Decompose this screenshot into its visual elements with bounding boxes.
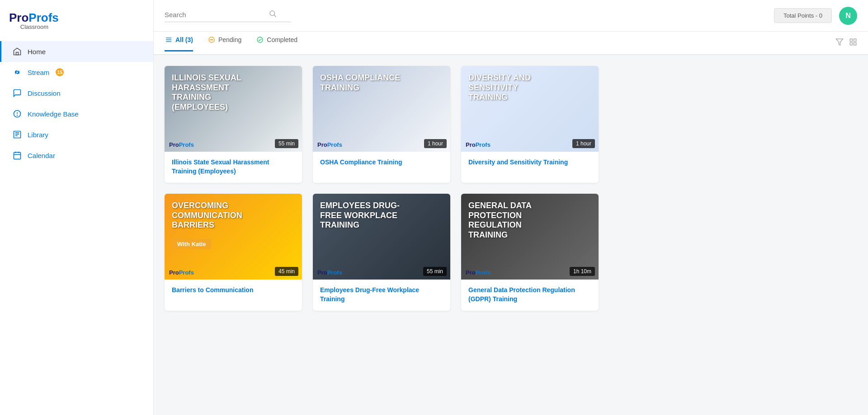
logo-area: ProProfs Classroom bbox=[0, 5, 153, 41]
sidebar-item-calendar[interactable]: Calendar bbox=[0, 145, 153, 166]
card-thumb-inner: DIVERSITY AND SENSITIVITY TRAINING ProPr… bbox=[461, 66, 599, 152]
card-course-name: General Data Protection Regulation (GDPR… bbox=[468, 286, 591, 303]
content-area: ILLINOIS SEXUAL HARASSMENT TRAINING (EMP… bbox=[154, 55, 868, 415]
svg-rect-9 bbox=[14, 152, 21, 159]
card-thumbnail: OSHA COMPLIANCE TRAINING ProProfs 1 hour bbox=[313, 66, 450, 152]
card-course-name: Barriers to Communication bbox=[172, 286, 295, 295]
svg-line-14 bbox=[274, 15, 276, 17]
sidebar-item-home[interactable]: Home bbox=[0, 41, 153, 62]
sidebar-item-calendar-label: Calendar bbox=[28, 152, 55, 159]
search-area bbox=[165, 9, 291, 22]
card-body: Employees Drug-Free Workplace Training bbox=[313, 280, 450, 311]
card-logo: ProProfs bbox=[466, 269, 491, 276]
logo: ProProfs Classroom bbox=[9, 12, 59, 30]
card-duration: 45 min bbox=[275, 267, 298, 276]
logo-pro: Pro bbox=[9, 11, 28, 24]
svg-rect-27 bbox=[854, 42, 856, 45]
tab-pending-label: Pending bbox=[218, 36, 241, 43]
stream-icon bbox=[12, 67, 22, 77]
tabbar: All (3) Pending bbox=[154, 32, 868, 55]
svg-point-21 bbox=[212, 39, 212, 40]
card-duration: 55 min bbox=[423, 267, 447, 276]
main-nav: Home Stream 15 Discussion bbox=[0, 41, 153, 166]
card-logo: ProProfs bbox=[317, 269, 342, 276]
logo-classroom: Classroom bbox=[10, 23, 59, 30]
card-thumbnail: DIVERSITY AND SENSITIVITY TRAINING ProPr… bbox=[461, 66, 599, 152]
card-title-overlay: DIVERSITY AND SENSITIVITY TRAINING bbox=[468, 73, 559, 103]
search-icon bbox=[269, 9, 277, 20]
sidebar-item-stream-label: Stream bbox=[28, 69, 49, 76]
list-icon bbox=[165, 36, 173, 44]
tab-all[interactable]: All (3) bbox=[165, 36, 193, 51]
card-title-overlay: ILLINOIS SEXUAL HARASSMENT TRAINING (EMP… bbox=[172, 73, 262, 112]
sidebar-item-knowledge-base[interactable]: Knowledge Base bbox=[0, 103, 153, 124]
check-icon bbox=[256, 36, 264, 44]
library-icon bbox=[12, 130, 22, 140]
user-avatar[interactable]: N bbox=[839, 7, 857, 25]
card-thumb-inner: GENERAL DATA PROTECTION REGULATION TRAIN… bbox=[461, 194, 599, 280]
svg-rect-0 bbox=[16, 52, 19, 55]
course-card-4[interactable]: OVERCOMING COMMUNICATION BARRIERS With K… bbox=[165, 194, 302, 311]
discussion-icon bbox=[12, 88, 22, 98]
topbar-right: Total Points - 0 N bbox=[774, 7, 857, 25]
card-duration: 55 min bbox=[275, 139, 298, 148]
card-course-name: Employees Drug-Free Workplace Training bbox=[320, 286, 443, 303]
card-thumb-inner: OVERCOMING COMMUNICATION BARRIERS With K… bbox=[165, 194, 302, 280]
knowledge-icon bbox=[12, 109, 22, 119]
grid-view-icon[interactable] bbox=[849, 38, 857, 48]
courses-grid: ILLINOIS SEXUAL HARASSMENT TRAINING (EMP… bbox=[165, 66, 599, 311]
card-title-overlay: GENERAL DATA PROTECTION REGULATION TRAIN… bbox=[468, 201, 559, 240]
svg-point-20 bbox=[211, 39, 212, 40]
svg-marker-23 bbox=[836, 39, 843, 45]
logo-profs: Profs bbox=[28, 11, 58, 24]
filter-icon[interactable] bbox=[835, 38, 844, 48]
card-duration: 1h 10m bbox=[570, 267, 595, 276]
svg-rect-24 bbox=[850, 39, 852, 41]
card-logo: ProProfs bbox=[466, 141, 491, 148]
card-logo: ProProfs bbox=[169, 269, 194, 276]
course-card-6[interactable]: GENERAL DATA PROTECTION REGULATION TRAIN… bbox=[461, 194, 599, 311]
sidebar-item-library[interactable]: Library bbox=[0, 124, 153, 145]
svg-point-1 bbox=[16, 71, 19, 74]
sidebar-item-knowledge-label: Knowledge Base bbox=[28, 110, 79, 118]
sidebar-item-stream[interactable]: Stream 15 bbox=[0, 62, 153, 83]
card-logo: ProProfs bbox=[317, 141, 342, 148]
sidebar-item-discussion-label: Discussion bbox=[28, 89, 61, 97]
sidebar-item-discussion[interactable]: Discussion bbox=[0, 83, 153, 103]
topbar: Total Points - 0 N bbox=[154, 0, 868, 32]
course-card-2[interactable]: OSHA COMPLIANCE TRAINING ProProfs 1 hour… bbox=[313, 66, 450, 183]
card-thumbnail: ILLINOIS SEXUAL HARASSMENT TRAINING (EMP… bbox=[165, 66, 302, 152]
card-thumb-inner: ILLINOIS SEXUAL HARASSMENT TRAINING (EMP… bbox=[165, 66, 302, 152]
tab-pending[interactable]: Pending bbox=[208, 36, 241, 51]
tab-completed[interactable]: Completed bbox=[256, 36, 297, 51]
sidebar-item-library-label: Library bbox=[28, 131, 48, 139]
card-duration: 1 hour bbox=[424, 139, 447, 148]
card-body: Illinois State Sexual Harassment Trainin… bbox=[165, 152, 302, 183]
svg-point-13 bbox=[270, 11, 275, 16]
course-card-5[interactable]: EMPLOYEES DRUG-FREE WORKPLACE TRAINING P… bbox=[313, 194, 450, 311]
card-duration: 1 hour bbox=[572, 139, 595, 148]
svg-rect-26 bbox=[850, 42, 852, 45]
card-thumbnail: OVERCOMING COMMUNICATION BARRIERS With K… bbox=[165, 194, 302, 280]
card-body: Diversity and Sensitivity Training bbox=[461, 152, 599, 174]
tabs: All (3) Pending bbox=[165, 36, 297, 51]
course-card-3[interactable]: DIVERSITY AND SENSITIVITY TRAINING ProPr… bbox=[461, 66, 599, 183]
svg-point-19 bbox=[210, 39, 211, 40]
calendar-icon bbox=[12, 150, 22, 160]
card-course-name: Illinois State Sexual Harassment Trainin… bbox=[172, 158, 295, 176]
search-input[interactable] bbox=[165, 11, 264, 19]
tab-completed-label: Completed bbox=[267, 36, 297, 43]
tab-all-label: All (3) bbox=[175, 36, 193, 43]
home-icon bbox=[12, 47, 22, 56]
card-title-overlay: OSHA COMPLIANCE TRAINING bbox=[320, 73, 410, 93]
card-course-name: Diversity and Sensitivity Training bbox=[468, 158, 591, 167]
main-content: Total Points - 0 N All (3) bbox=[154, 0, 868, 415]
card-body: General Data Protection Regulation (GDPR… bbox=[461, 280, 599, 311]
sidebar: ProProfs Classroom Home Stream bbox=[0, 0, 154, 415]
card-title-overlay: OVERCOMING COMMUNICATION BARRIERS bbox=[172, 201, 262, 230]
card-body: Barriers to Communication bbox=[165, 280, 302, 302]
course-card-1[interactable]: ILLINOIS SEXUAL HARASSMENT TRAINING (EMP… bbox=[165, 66, 302, 183]
stream-badge: 15 bbox=[56, 68, 64, 76]
card-thumb-inner: EMPLOYEES DRUG-FREE WORKPLACE TRAINING P… bbox=[313, 194, 450, 280]
card-with-katie-badge: With Katie bbox=[172, 239, 211, 249]
